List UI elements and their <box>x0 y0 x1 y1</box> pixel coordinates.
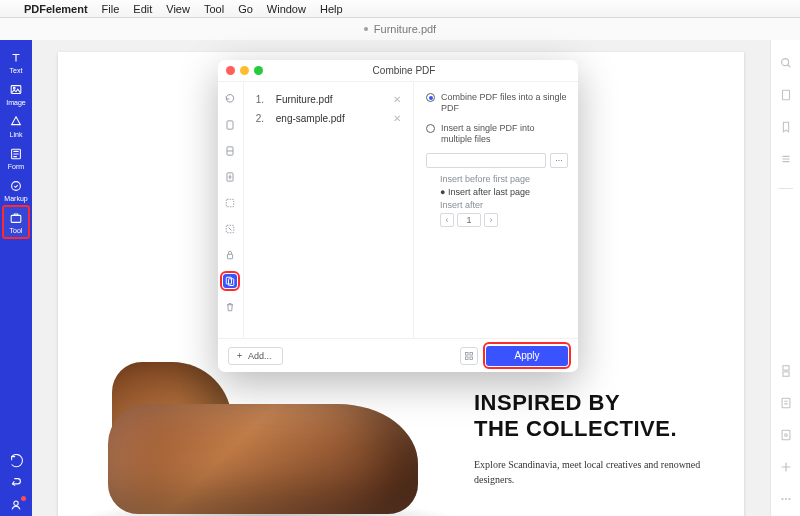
svg-rect-19 <box>227 199 235 207</box>
options-panel: Combine PDF files into a single PDF Inse… <box>413 82 578 338</box>
svg-rect-24 <box>466 352 469 355</box>
headline-line: THE COLLECTIVE. <box>474 416 704 442</box>
svg-rect-8 <box>782 366 788 370</box>
delete-icon[interactable] <box>223 300 237 314</box>
dialog-title: Combine PDF <box>268 65 570 76</box>
svg-rect-7 <box>782 90 789 100</box>
right-toolbar <box>770 40 800 516</box>
menu-go[interactable]: Go <box>238 3 253 15</box>
sidebar-item-label: Image <box>6 99 25 106</box>
sidebar-item-text[interactable]: Text <box>3 46 29 78</box>
plus-icon: ＋ <box>235 349 244 362</box>
list-icon[interactable] <box>779 152 793 166</box>
toolbox-icon <box>9 211 23 225</box>
file-row[interactable]: 2. eng-sample.pdf ✕ <box>244 109 409 128</box>
app-name[interactable]: PDFelement <box>24 3 88 15</box>
sidebar-item-label: Tool <box>10 227 23 234</box>
window-titlebar: Furniture.pdf <box>0 18 800 40</box>
sidebar-item-link[interactable]: Link <box>3 110 29 142</box>
close-icon[interactable] <box>226 66 235 75</box>
history-icon <box>9 454 23 468</box>
page-number-value[interactable]: 1 <box>457 213 481 227</box>
image-icon <box>9 83 23 97</box>
menu-edit[interactable]: Edit <box>133 3 152 15</box>
file-row[interactable]: 1. Furniture.pdf ✕ <box>244 90 409 109</box>
remove-file-icon[interactable]: ✕ <box>393 113 401 124</box>
page-subhead: Explore Scandinavia, meet local creative… <box>474 458 704 487</box>
extract-icon[interactable] <box>223 196 237 210</box>
minimize-icon[interactable] <box>240 66 249 75</box>
browse-button[interactable]: ··· <box>550 153 568 168</box>
increment-button[interactable]: › <box>484 213 498 227</box>
search-icon[interactable] <box>779 56 793 70</box>
combine-icon[interactable] <box>223 274 237 288</box>
svg-rect-21 <box>228 254 233 259</box>
file-index: 2. <box>256 113 266 124</box>
sidebar-item-label: Markup <box>4 195 27 202</box>
sidebar-item-image[interactable]: Image <box>3 78 29 110</box>
add-file-button[interactable]: ＋Add... <box>228 347 283 365</box>
svg-point-15 <box>788 498 790 500</box>
option-label: Insert a single PDF into multiple files <box>441 123 568 146</box>
menu-help[interactable]: Help <box>320 3 343 15</box>
svg-point-13 <box>781 498 783 500</box>
svg-rect-26 <box>466 356 469 359</box>
headline-line: INSPIRED BY <box>474 390 704 416</box>
page-stepper: ‹ 1 › <box>440 213 568 227</box>
remove-file-icon[interactable]: ✕ <box>393 94 401 105</box>
file-list: 1. Furniture.pdf ✕ 2. eng-sample.pdf ✕ <box>244 82 413 338</box>
document-title: Furniture.pdf <box>374 23 436 35</box>
menu-tool[interactable]: Tool <box>204 3 224 15</box>
svg-point-3 <box>12 182 21 191</box>
sidebar-undo[interactable] <box>3 472 29 494</box>
radio-icon <box>426 124 435 133</box>
text-icon <box>9 51 23 65</box>
add-icon[interactable] <box>779 460 793 474</box>
svg-rect-27 <box>470 356 473 359</box>
sidebar-item-tool[interactable]: Tool <box>3 206 29 238</box>
properties-icon[interactable] <box>779 396 793 410</box>
sidebar-item-markup[interactable]: Markup <box>3 174 29 206</box>
option-after-last[interactable]: ● Insert after last page <box>440 187 568 197</box>
dialog-footer: ＋Add... Apply <box>218 338 578 372</box>
option-before-first[interactable]: Insert before first page <box>440 174 568 184</box>
page-setup-icon[interactable] <box>223 118 237 132</box>
chair-image <box>58 362 478 516</box>
attachment-icon[interactable] <box>779 428 793 442</box>
menu-window[interactable]: Window <box>267 3 306 15</box>
decrement-button[interactable]: ‹ <box>440 213 454 227</box>
sidebar-account[interactable] <box>3 494 29 516</box>
bookmark-icon[interactable] <box>779 120 793 134</box>
undo-icon <box>9 476 23 490</box>
option-combine[interactable]: Combine PDF files into a single PDF <box>426 92 568 115</box>
svg-rect-9 <box>782 372 788 376</box>
refresh-icon[interactable] <box>223 92 237 106</box>
split-h-icon[interactable] <box>223 144 237 158</box>
svg-point-1 <box>13 87 15 89</box>
svg-rect-4 <box>11 215 21 222</box>
menu-file[interactable]: File <box>102 3 120 15</box>
option-insert[interactable]: Insert a single PDF into multiple files <box>426 123 568 146</box>
option-after-page[interactable]: Insert after <box>440 200 568 210</box>
lock-icon[interactable] <box>223 248 237 262</box>
compress-icon[interactable] <box>223 170 237 184</box>
dialog-tool-strip <box>218 82 244 338</box>
page-icon[interactable] <box>779 88 793 102</box>
svg-point-6 <box>781 59 788 66</box>
sidebar-history[interactable] <box>3 450 29 472</box>
thumbnail-icon[interactable] <box>779 364 793 378</box>
insert-path-input[interactable] <box>426 153 546 168</box>
link-icon <box>9 115 23 129</box>
notification-dot-icon <box>21 496 26 501</box>
menu-view[interactable]: View <box>166 3 190 15</box>
sidebar-item-label: Text <box>10 67 23 74</box>
left-sidebar: Text Image Link Form Markup Tool <box>0 40 32 516</box>
apply-button[interactable]: Apply <box>486 346 568 366</box>
combine-pdf-dialog: Combine PDF 1. Furniture.pdf ✕ 2. eng-sa… <box>218 60 578 372</box>
zoom-icon[interactable] <box>254 66 263 75</box>
file-name: eng-sample.pdf <box>276 113 383 124</box>
crop-icon[interactable] <box>223 222 237 236</box>
grid-view-button[interactable] <box>460 347 478 365</box>
more-icon[interactable] <box>779 492 793 506</box>
sidebar-item-form[interactable]: Form <box>3 142 29 174</box>
